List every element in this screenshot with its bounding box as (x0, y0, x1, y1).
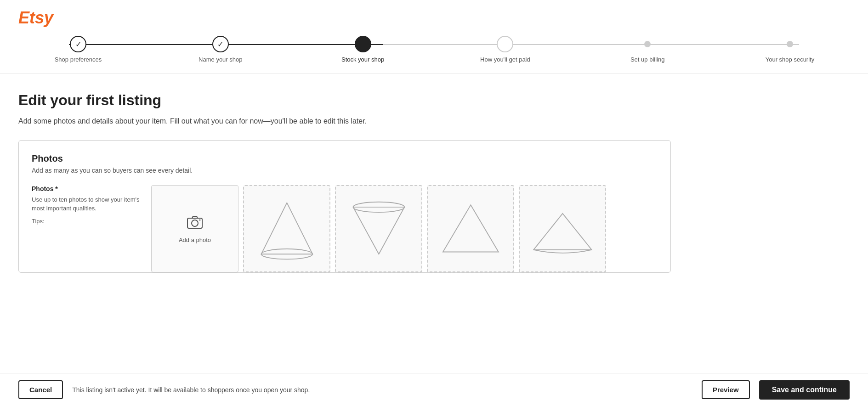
photo-slot-3[interactable] (335, 185, 422, 272)
photos-label-desc: Use up to ten photos to show your item's… (32, 195, 142, 213)
photos-section: Photos * Use up to ten photos to show yo… (32, 185, 658, 272)
step-label-name-your-shop: Name your shop (199, 56, 242, 64)
step-label-shop-preferences: Shop preferences (55, 56, 102, 64)
photos-label-tips: Tips: (32, 218, 142, 225)
step-shop-preferences: Shop preferences (46, 36, 110, 64)
step-set-up-billing: Set up billing (615, 36, 680, 64)
photo-slot-4[interactable] (427, 185, 514, 272)
step-label-stock-your-shop: Stock your shop (341, 56, 384, 64)
photos-label-title: Photos * (32, 185, 142, 192)
cancel-button[interactable]: Cancel (18, 380, 63, 399)
main-content: Edit your first listing Add some photos … (0, 73, 689, 406)
step-circle-set-up-billing (644, 41, 651, 47)
step-circle-how-youll-get-paid (497, 36, 513, 52)
step-stock-your-shop: Stock your shop (331, 36, 395, 64)
photos-grid: Add a photo (151, 185, 658, 272)
photos-card-subtitle: Add as many as you can so buyers can see… (32, 167, 658, 174)
footer: Cancel This listing isn't active yet. It… (0, 373, 868, 406)
progress-line-track (69, 44, 799, 45)
page-title: Edit your first listing (18, 92, 671, 109)
camera-icon (187, 214, 203, 234)
step-circle-your-shop-security (787, 41, 793, 47)
checkmark-icon-2 (217, 40, 223, 49)
preview-button[interactable]: Preview (702, 380, 750, 399)
photos-card: Photos Add as many as you can so buyers … (18, 140, 671, 273)
svg-point-2 (199, 220, 201, 221)
add-photo-text: Add a photo (179, 237, 211, 243)
photo-slot-primary[interactable]: Add a photo (151, 185, 238, 272)
checkmark-icon (75, 40, 81, 49)
step-circle-name-your-shop (212, 36, 229, 52)
page-subtitle: Add some photos and details about your i… (18, 117, 671, 125)
step-your-shop-security: Your shop security (758, 36, 822, 64)
etsy-logo: Etsy (18, 8, 53, 28)
step-name-your-shop: Name your shop (188, 36, 253, 64)
svg-point-1 (192, 220, 198, 226)
photo-slot-5[interactable] (519, 185, 606, 272)
photos-card-title: Photos (32, 153, 658, 164)
photo-slot-2[interactable] (243, 185, 330, 272)
step-label-your-shop-security: Your shop security (766, 56, 814, 64)
header: Etsy Shop preferences Name your shop Sto… (0, 0, 868, 73)
save-continue-button[interactable]: Save and continue (759, 380, 850, 400)
footer-notice: This listing isn't active yet. It will b… (72, 386, 692, 394)
step-circle-shop-preferences (70, 36, 86, 52)
step-label-set-up-billing: Set up billing (630, 56, 664, 64)
step-label-how-youll-get-paid: How you'll get paid (480, 56, 530, 64)
photos-label-col: Photos * Use up to ten photos to show yo… (32, 185, 151, 272)
step-how-youll-get-paid: How you'll get paid (473, 36, 537, 64)
progress-bar: Shop preferences Name your shop Stock yo… (18, 36, 850, 73)
step-circle-stock-your-shop (355, 36, 371, 52)
